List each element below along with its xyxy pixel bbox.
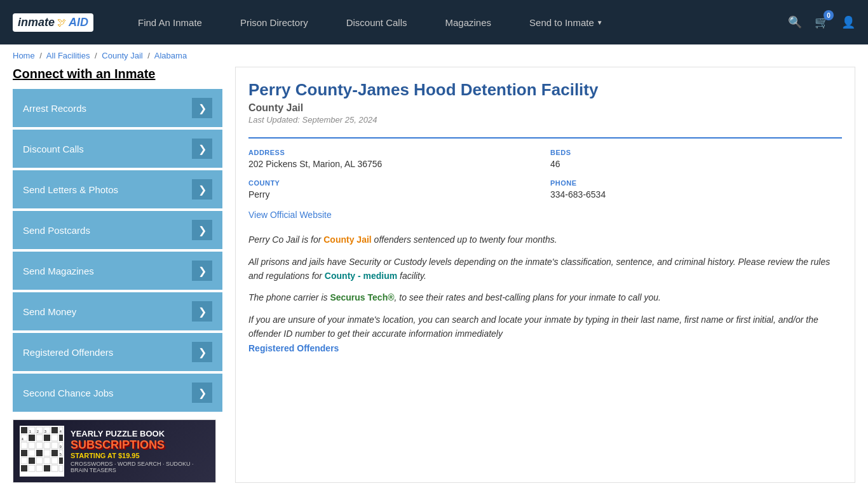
county-medium-link[interactable]: County - medium xyxy=(325,271,397,281)
svg-text:4: 4 xyxy=(22,437,24,441)
registered-offenders-link[interactable]: Registered Offenders xyxy=(248,343,339,353)
svg-rect-9 xyxy=(36,435,43,441)
svg-rect-20 xyxy=(29,450,35,456)
svg-rect-10 xyxy=(44,435,50,441)
description-2: All prisons and jails have Security or C… xyxy=(248,255,842,283)
arrow-icon: ❯ xyxy=(192,220,212,240)
svg-text:1: 1 xyxy=(29,430,31,433)
breadcrumb-sep-1: / xyxy=(39,51,42,60)
svg-rect-5 xyxy=(51,427,58,433)
breadcrumb-home[interactable]: Home xyxy=(13,51,35,60)
arrow-icon: ❯ xyxy=(192,342,212,362)
nav-find-inmate[interactable]: Find An Inmate xyxy=(119,0,221,44)
svg-rect-14 xyxy=(29,442,35,449)
svg-rect-25 xyxy=(21,458,27,464)
description-3: The phone carrier is Securus Tech®, to s… xyxy=(248,290,842,304)
sidebar-item-registered-offenders[interactable]: Registered Offenders ❯ xyxy=(13,333,222,371)
svg-rect-12 xyxy=(59,435,63,441)
description-4: If you are unsure of your inmate's locat… xyxy=(248,313,842,355)
svg-rect-8 xyxy=(29,435,35,441)
svg-text:5: 5 xyxy=(60,452,62,456)
beds-label: BEDS xyxy=(550,149,842,156)
svg-text:3: 3 xyxy=(44,430,46,433)
svg-text:2: 2 xyxy=(37,430,39,433)
ad-description: CROSSWORDS · WORD SEARCH · SUDOKU · BRAI… xyxy=(71,461,209,473)
sidebar-item-send-magazines[interactable]: Send Magazines ❯ xyxy=(13,252,222,290)
arrow-icon: ❯ xyxy=(192,98,212,118)
breadcrumb: Home / All Facilities / County Jail / Al… xyxy=(0,44,868,67)
county-jail-link-1[interactable]: County Jail xyxy=(323,234,371,245)
ad-puzzle-image: 1 2 3 4 4 9 5 xyxy=(20,426,64,477)
svg-rect-31 xyxy=(21,465,27,471)
nav-links: Find An Inmate Prison Directory Discount… xyxy=(119,0,788,44)
nav-discount-calls[interactable]: Discount Calls xyxy=(327,0,426,44)
arrow-icon: ❯ xyxy=(192,179,212,200)
securus-link[interactable]: Securus Tech® xyxy=(330,292,394,302)
breadcrumb-county-jail[interactable]: County Jail xyxy=(102,51,142,60)
nav-send-to-inmate[interactable]: Send to Inmate ▼ xyxy=(510,0,622,44)
cart-icon[interactable]: 🛒 0 xyxy=(815,15,829,29)
county-label: COUNTY xyxy=(248,179,540,187)
main-layout: Connect with an Inmate Arrest Records ❯ … xyxy=(0,67,868,488)
county-value: Perry xyxy=(248,189,540,200)
nav-icons: 🔍 🛒 0 👤 xyxy=(788,15,855,29)
ad-text: YEARLY PUZZLE BOOK SUBSCRIPTIONS STARTIN… xyxy=(71,429,209,474)
beds-value: 46 xyxy=(550,159,842,169)
address-label: ADDRESS xyxy=(248,149,540,156)
sidebar-item-arrest-records[interactable]: Arrest Records ❯ xyxy=(13,89,222,127)
main-content: Perry County-James Hood Detention Facili… xyxy=(235,67,855,483)
svg-rect-30 xyxy=(59,458,63,464)
advertisement[interactable]: 1 2 3 4 4 9 5 YEARLY PUZZLE BOOK SUBSCRI… xyxy=(13,419,216,483)
user-icon[interactable]: 👤 xyxy=(841,15,855,29)
sidebar-item-second-chance-jobs[interactable]: Second Chance Jobs ❯ xyxy=(13,374,222,412)
svg-rect-35 xyxy=(51,465,58,471)
breadcrumb-sep-2: / xyxy=(95,51,97,60)
sidebar-item-send-letters[interactable]: Send Letters & Photos ❯ xyxy=(13,170,222,208)
ad-price: STARTING AT $19.95 xyxy=(71,452,209,459)
svg-rect-36 xyxy=(59,465,63,471)
phone-block: PHONE 334-683-6534 xyxy=(550,179,842,200)
facility-name: Perry County-James Hood Detention Facili… xyxy=(248,80,842,100)
dropdown-arrow-icon: ▼ xyxy=(597,19,603,26)
svg-rect-22 xyxy=(44,450,50,456)
svg-rect-23 xyxy=(51,450,58,456)
facility-updated: Last Updated: September 25, 2024 xyxy=(248,115,842,125)
sidebar-item-discount-calls[interactable]: Discount Calls ❯ xyxy=(13,130,222,168)
svg-rect-29 xyxy=(51,458,58,464)
facility-type: County Jail xyxy=(248,102,842,114)
arrow-icon: ❯ xyxy=(192,383,212,403)
ad-subtitle: SUBSCRIPTIONS xyxy=(71,438,209,452)
sidebar-menu: Arrest Records ❯ Discount Calls ❯ Send L… xyxy=(13,89,222,412)
arrow-icon: ❯ xyxy=(192,139,212,159)
svg-rect-27 xyxy=(36,458,43,464)
nav-magazines[interactable]: Magazines xyxy=(426,0,511,44)
svg-rect-32 xyxy=(29,465,35,471)
arrow-icon: ❯ xyxy=(192,261,212,281)
svg-rect-15 xyxy=(36,442,43,449)
breadcrumb-all-facilities[interactable]: All Facilities xyxy=(46,51,90,60)
svg-rect-13 xyxy=(21,442,27,449)
official-website-link[interactable]: View Official Website xyxy=(248,210,332,220)
nav-prison-directory[interactable]: Prison Directory xyxy=(221,0,327,44)
cart-badge: 0 xyxy=(824,10,834,20)
search-icon[interactable]: 🔍 xyxy=(788,15,802,29)
ad-title: YEARLY PUZZLE BOOK xyxy=(71,429,209,439)
facility-details: ADDRESS 202 Pickens St, Marion, AL 36756… xyxy=(248,137,842,200)
svg-rect-16 xyxy=(44,442,50,449)
sidebar-title: Connect with an Inmate xyxy=(13,67,222,81)
navbar: inmate 🕊 AID Find An Inmate Prison Direc… xyxy=(0,0,868,44)
phone-label: PHONE xyxy=(550,179,842,187)
logo[interactable]: inmate 🕊 AID xyxy=(13,13,93,32)
sidebar-item-send-postcards[interactable]: Send Postcards ❯ xyxy=(13,211,222,249)
arrow-icon: ❯ xyxy=(192,301,212,322)
svg-rect-26 xyxy=(29,458,35,464)
svg-text:9: 9 xyxy=(60,445,62,449)
svg-rect-34 xyxy=(44,465,50,471)
address-block: ADDRESS 202 Pickens St, Marion, AL 36756 xyxy=(248,149,540,169)
svg-rect-28 xyxy=(44,458,50,464)
svg-rect-11 xyxy=(51,435,58,441)
sidebar-item-send-money[interactable]: Send Money ❯ xyxy=(13,292,222,330)
breadcrumb-state[interactable]: Alabama xyxy=(154,51,187,60)
svg-rect-33 xyxy=(36,465,43,471)
svg-text:4: 4 xyxy=(60,430,62,433)
